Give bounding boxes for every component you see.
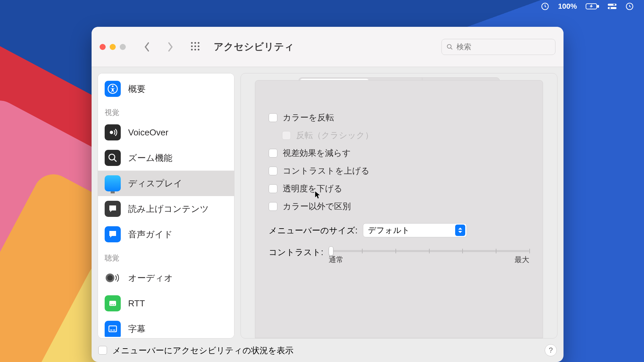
svg-rect-28 <box>112 304 113 305</box>
speech-bubble-icon <box>108 204 118 214</box>
sidebar-item-label: RTT <box>128 298 145 309</box>
checkbox[interactable] <box>269 184 277 193</box>
svg-rect-29 <box>114 304 115 305</box>
checkbox[interactable] <box>269 202 277 211</box>
show-status-checkbox[interactable] <box>98 346 107 355</box>
audio-guide-icon <box>108 229 118 239</box>
svg-point-13 <box>198 45 200 47</box>
sidebar-item-captions[interactable]: 字幕 <box>98 316 234 339</box>
svg-rect-30 <box>109 326 117 332</box>
contrast-max-label: 最大 <box>515 255 529 265</box>
search-input[interactable] <box>457 43 550 51</box>
svg-point-10 <box>198 42 200 44</box>
option-label: 反転（クラシック） <box>296 130 373 141</box>
system-menubar: 100% <box>531 0 644 13</box>
svg-rect-2 <box>597 5 599 7</box>
svg-point-16 <box>198 49 200 50</box>
menubar-size-label: メニューバーのサイズ: <box>269 225 358 236</box>
select-arrows-icon <box>455 225 465 236</box>
speaker-icon <box>105 272 120 284</box>
sidebar-item-rtt[interactable]: RTT <box>98 291 234 316</box>
forward-button[interactable] <box>162 40 179 54</box>
svg-point-5 <box>613 4 615 5</box>
accessibility-icon <box>108 84 118 94</box>
checkbox[interactable] <box>269 149 277 158</box>
svg-point-23 <box>113 233 115 234</box>
zoom-button[interactable] <box>120 44 126 50</box>
sidebar-item-audio-descriptions[interactable]: 音声ガイド <box>98 222 234 247</box>
close-button[interactable] <box>100 44 106 50</box>
svg-point-15 <box>195 49 196 50</box>
option-label: コントラストを上げる <box>283 165 370 176</box>
rtt-icon <box>108 298 118 308</box>
window-bottom-bar: メニューバーにアクセシビリティの状況を表示 ? <box>92 339 564 362</box>
svg-point-21 <box>109 154 115 160</box>
menubar-size-row: メニューバーのサイズ: デフォルト <box>269 215 529 239</box>
option-differentiate-without-color[interactable]: カラー以外で区別 <box>269 197 529 215</box>
option-label: カラー以外で区別 <box>283 201 351 212</box>
time-machine-icon[interactable] <box>541 2 549 11</box>
svg-point-19 <box>112 85 114 87</box>
back-button[interactable] <box>139 40 155 54</box>
show-all-button[interactable] <box>185 41 205 53</box>
checkbox <box>282 131 291 140</box>
svg-rect-4 <box>608 7 616 9</box>
svg-point-20 <box>110 131 113 134</box>
svg-point-11 <box>191 45 193 47</box>
sidebar-item-label: 字幕 <box>128 323 146 335</box>
control-center-icon[interactable] <box>608 3 616 10</box>
menubar-size-select[interactable]: デフォルト <box>363 223 467 237</box>
svg-rect-31 <box>110 330 112 331</box>
sidebar-item-label: 概要 <box>128 83 146 95</box>
accessibility-sidebar: 概要 視覚 VoiceOver ズーム機能 ディスプレイ <box>98 73 234 339</box>
svg-rect-27 <box>111 304 112 305</box>
battery-icon[interactable] <box>586 3 599 10</box>
sidebar-item-label: ズーム機能 <box>128 152 172 164</box>
option-invert-colors[interactable]: カラーを反転 <box>269 109 529 126</box>
svg-point-17 <box>447 44 451 48</box>
sidebar-section-vision: 視覚 <box>98 102 234 120</box>
zoom-icon <box>108 153 118 163</box>
sidebar-item-label: 読み上げコンテンツ <box>128 203 209 215</box>
window-titlebar: アクセシビリティ <box>92 27 564 67</box>
sidebar-section-hearing: 聴覚 <box>98 247 234 265</box>
svg-point-8 <box>191 42 193 44</box>
sidebar-item-label: 音声ガイド <box>128 229 173 240</box>
window-traffic-lights <box>100 44 126 50</box>
sidebar-item-spoken-content[interactable]: 読み上げコンテンツ <box>98 196 234 222</box>
option-reduce-motion[interactable]: 視差効果を減らす <box>269 144 529 162</box>
clock-icon[interactable] <box>625 2 634 11</box>
help-button[interactable]: ? <box>545 344 557 356</box>
sidebar-item-label: VoiceOver <box>128 127 168 138</box>
sidebar-item-audio[interactable]: オーディオ <box>98 265 234 291</box>
select-value: デフォルト <box>368 225 410 236</box>
minimize-button[interactable] <box>110 44 116 50</box>
contrast-min-label: 通常 <box>329 255 343 265</box>
svg-point-22 <box>111 233 112 234</box>
option-increase-contrast[interactable]: コントラストを上げる <box>269 162 529 180</box>
svg-rect-3 <box>608 4 616 6</box>
window-title: アクセシビリティ <box>214 40 294 54</box>
option-reduce-transparency[interactable]: 透明度を下げる <box>269 180 529 197</box>
sidebar-item-voiceover[interactable]: VoiceOver <box>98 120 234 145</box>
battery-percent: 100% <box>558 2 577 11</box>
sidebar-item-zoom[interactable]: ズーム機能 <box>98 145 234 171</box>
sidebar-item-label: オーディオ <box>128 272 173 284</box>
search-field[interactable] <box>441 39 555 55</box>
option-label: カラーを反転 <box>283 112 334 123</box>
sidebar-item-display[interactable]: ディスプレイ <box>98 171 234 196</box>
checkbox[interactable] <box>269 113 277 122</box>
display-settings-panel: ディスプレイ カーソル カラーフィルタ カラーを反転 反転（クラシック） 視差効… <box>240 73 557 339</box>
checkbox[interactable] <box>269 167 277 175</box>
slider-thumb[interactable] <box>329 246 333 256</box>
sidebar-item-overview[interactable]: 概要 <box>98 76 234 102</box>
svg-rect-26 <box>109 301 116 306</box>
system-preferences-window: アクセシビリティ 概要 視覚 VoiceOver <box>92 27 564 362</box>
contrast-slider[interactable] <box>329 250 529 252</box>
voiceover-icon <box>108 127 118 137</box>
contrast-label: コントラスト: <box>269 246 323 258</box>
svg-point-9 <box>195 42 196 44</box>
svg-rect-32 <box>113 330 115 331</box>
contrast-row: コントラスト: 通常 <box>269 239 529 272</box>
search-icon <box>446 43 453 51</box>
